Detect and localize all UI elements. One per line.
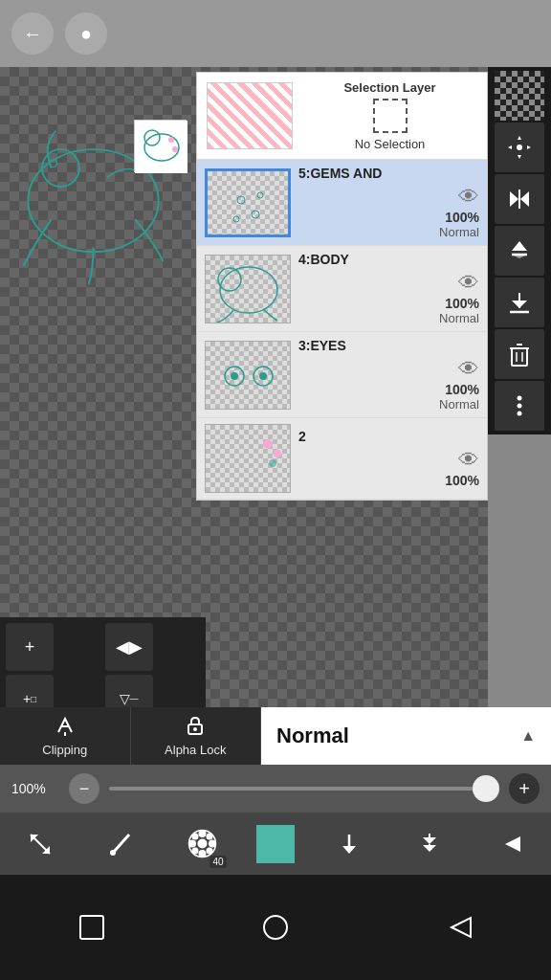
selection-layer-info: Selection Layer No Selection bbox=[302, 80, 477, 151]
layer-4-mode: Normal bbox=[439, 311, 479, 325]
svg-point-38 bbox=[231, 372, 238, 380]
svg-marker-66 bbox=[423, 845, 436, 852]
selection-layer-thumbnail bbox=[207, 82, 293, 149]
blend-bar: Clipping Alpha Lock Normal ▲ bbox=[0, 707, 551, 765]
clipping-button[interactable]: Clipping bbox=[0, 707, 131, 765]
more-options-button[interactable] bbox=[495, 381, 544, 431]
layer-5-opacity: 100% bbox=[445, 210, 479, 225]
alpha-lock-button[interactable]: Alpha Lock bbox=[131, 707, 262, 765]
svg-point-50 bbox=[110, 850, 116, 856]
svg-point-45 bbox=[193, 727, 197, 731]
svg-point-27 bbox=[518, 396, 522, 401]
layer-item-3[interactable]: 3:EYES 👁 100% Normal bbox=[197, 332, 487, 418]
svg-marker-64 bbox=[423, 837, 436, 844]
double-down-button[interactable] bbox=[404, 817, 456, 870]
svg-point-52 bbox=[197, 839, 207, 849]
layer-4-opacity: 100% bbox=[445, 296, 479, 311]
layer-item-4[interactable]: 4:BODY 👁 100% Normal bbox=[197, 246, 487, 332]
layer-3-mode: Normal bbox=[439, 397, 479, 412]
flip-horizontal-button[interactable] bbox=[495, 174, 544, 224]
layer-3-opacity: 100% bbox=[445, 382, 479, 397]
layer-2-thumbnail bbox=[205, 424, 291, 493]
svg-marker-62 bbox=[342, 846, 356, 854]
zoom-out-button[interactable]: − bbox=[69, 773, 99, 804]
no-selection-label: No Selection bbox=[355, 137, 426, 151]
svg-point-6 bbox=[168, 137, 174, 143]
color-swatch[interactable] bbox=[256, 825, 295, 863]
svg-point-7 bbox=[172, 146, 178, 152]
svg-point-29 bbox=[518, 412, 522, 416]
zoom-bar: 100% − + bbox=[0, 765, 551, 813]
zoom-minus-icon: − bbox=[79, 779, 90, 799]
svg-point-41 bbox=[274, 450, 281, 457]
zoom-plus-icon: + bbox=[518, 778, 530, 800]
layer-item-2[interactable]: 2 👁 100% bbox=[197, 418, 487, 500]
bottom-tools: 40 bbox=[0, 813, 551, 875]
zoom-thumb[interactable] bbox=[473, 775, 499, 802]
svg-marker-13 bbox=[510, 191, 518, 207]
layer-4-visibility[interactable]: 👁 bbox=[458, 271, 479, 296]
svg-marker-67 bbox=[505, 836, 520, 852]
svg-marker-18 bbox=[512, 255, 527, 258]
svg-point-53 bbox=[198, 830, 206, 837]
home-circle-button[interactable] bbox=[250, 902, 302, 954]
layer-2-visibility[interactable]: 👁 bbox=[458, 448, 479, 473]
menu-button[interactable]: ● bbox=[65, 12, 107, 55]
top-bar: ← ● bbox=[0, 0, 551, 67]
clipping-label: Clipping bbox=[42, 743, 87, 757]
home-square-button[interactable] bbox=[66, 902, 119, 954]
svg-point-34 bbox=[220, 267, 277, 313]
stamp-tool-button[interactable]: 40 bbox=[176, 817, 229, 870]
svg-point-60 bbox=[206, 848, 212, 855]
svg-point-54 bbox=[198, 850, 206, 858]
svg-point-39 bbox=[259, 372, 267, 380]
layer-5-thumbnail bbox=[205, 168, 291, 237]
svg-point-42 bbox=[269, 459, 276, 467]
blend-mode-selector[interactable]: Normal ▲ bbox=[261, 707, 551, 765]
add-layer-button[interactable]: + bbox=[6, 623, 54, 671]
layer-2-name: 2 bbox=[298, 429, 306, 444]
download-button[interactable] bbox=[495, 278, 544, 327]
back-to-canvas-button[interactable] bbox=[484, 817, 537, 870]
layer-4-thumbnail bbox=[205, 255, 291, 323]
zoom-level: 100% bbox=[11, 781, 59, 796]
collapse-top-button[interactable] bbox=[495, 226, 544, 276]
svg-rect-3 bbox=[135, 121, 187, 173]
layer-item-5[interactable]: 5:GEMS AND 👁 100% Normal bbox=[197, 160, 487, 246]
selection-layer-item[interactable]: Selection Layer No Selection bbox=[197, 73, 487, 160]
svg-rect-22 bbox=[512, 348, 527, 366]
zoom-track[interactable] bbox=[109, 787, 499, 791]
layer-2-opacity: 100% bbox=[445, 473, 479, 488]
checkerboard-icon[interactable] bbox=[495, 71, 544, 121]
back-triangle-button[interactable] bbox=[433, 902, 486, 954]
layer-5-visibility[interactable]: 👁 bbox=[458, 185, 479, 210]
svg-point-57 bbox=[191, 834, 198, 840]
svg-point-55 bbox=[188, 840, 196, 848]
svg-point-31 bbox=[257, 192, 263, 198]
layer-panel: Selection Layer No Selection 5:GEMS AND … bbox=[196, 72, 488, 501]
svg-point-40 bbox=[263, 439, 273, 449]
svg-point-69 bbox=[264, 916, 287, 939]
layer-4-info: 4:BODY 👁 100% Normal bbox=[298, 252, 479, 325]
brush-tool-button[interactable] bbox=[95, 817, 147, 870]
alpha-lock-label: Alpha Lock bbox=[165, 743, 226, 757]
move-transform-button[interactable] bbox=[495, 122, 544, 172]
svg-marker-9 bbox=[518, 155, 521, 159]
svg-point-35 bbox=[218, 268, 241, 291]
layer-5-mode: Normal bbox=[439, 225, 479, 239]
back-button[interactable]: ← bbox=[11, 12, 54, 55]
zoom-in-button[interactable]: + bbox=[509, 773, 540, 804]
svg-marker-10 bbox=[508, 145, 512, 149]
move-tool-button[interactable] bbox=[14, 817, 67, 870]
svg-marker-14 bbox=[520, 191, 529, 207]
svg-rect-68 bbox=[80, 916, 103, 939]
flip-button[interactable]: ◀▶ bbox=[105, 623, 153, 671]
down-arrow-button[interactable] bbox=[322, 817, 375, 870]
trash-button[interactable] bbox=[495, 329, 544, 379]
svg-point-58 bbox=[206, 834, 212, 840]
layer-3-visibility[interactable]: 👁 bbox=[458, 357, 479, 382]
svg-line-49 bbox=[114, 835, 129, 852]
selection-dashed-box bbox=[373, 99, 408, 133]
svg-point-28 bbox=[518, 404, 522, 409]
layer-5-info: 5:GEMS AND 👁 100% Normal bbox=[298, 166, 479, 239]
